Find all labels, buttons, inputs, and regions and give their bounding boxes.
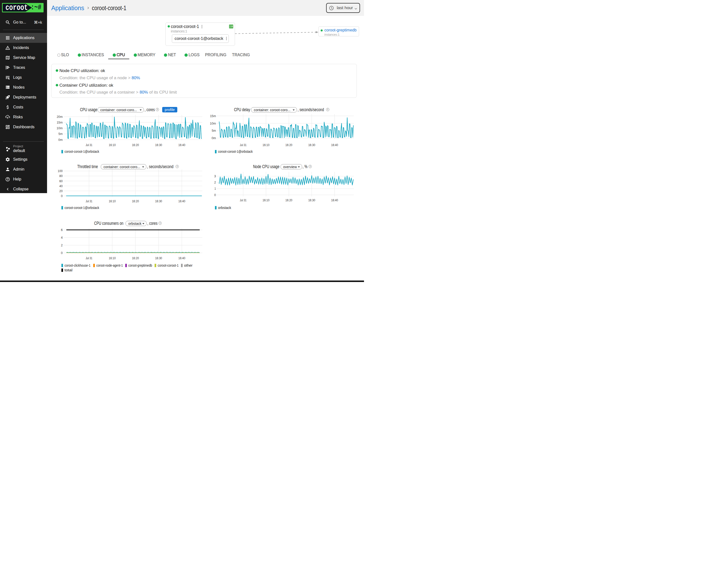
svg-text:16:20: 16:20 [132,143,139,147]
svg-text:Jul 31: Jul 31 [86,199,92,203]
svg-text:Jul 31: Jul 31 [86,256,92,260]
svg-text:20: 20 [59,189,63,193]
svg-text:16:20: 16:20 [132,199,139,203]
svg-text:2: 2 [61,243,63,247]
svg-text:0m: 0m [58,138,63,142]
svg-text:total: total [65,268,73,272]
svg-text:Jul 31: Jul 31 [240,143,247,147]
svg-text:3: 3 [214,174,216,178]
svg-text:5m: 5m [58,132,63,136]
svg-text:16:30: 16:30 [155,143,162,147]
svg-text:80: 80 [59,174,63,178]
svg-text:coroot-node-agent-1: coroot-node-agent-1 [96,263,123,267]
svg-text:4: 4 [61,236,63,239]
svg-text:16:40: 16:40 [331,198,338,202]
svg-text:16:40: 16:40 [331,143,338,147]
svg-text:coroot-coroot-1: coroot-coroot-1 [158,263,179,267]
svg-text:16:30: 16:30 [155,199,162,203]
svg-text:orbstack: orbstack [218,206,232,210]
svg-text:coroot-coroot-1@orbstack: coroot-coroot-1@orbstack [65,150,100,154]
svg-text:0: 0 [61,194,63,198]
svg-text:100: 100 [58,169,63,173]
svg-text:16:40: 16:40 [178,199,185,203]
svg-text:0m: 0m [212,136,216,140]
svg-text:coroot-coroot-1@orbstack: coroot-coroot-1@orbstack [218,150,253,154]
svg-text:16:30: 16:30 [155,256,162,260]
svg-text:Jul 31: Jul 31 [240,198,247,202]
svg-text:15m: 15m [57,121,63,124]
svg-text:16:30: 16:30 [308,198,315,202]
svg-text:16:10: 16:10 [262,198,269,202]
svg-text:coroot-coroot-1@orbstack: coroot-coroot-1@orbstack [65,206,100,210]
svg-text:40: 40 [59,184,63,188]
svg-text:coroot-clickhouse-1: coroot-clickhouse-1 [65,263,91,267]
svg-text:6: 6 [61,228,63,232]
svg-text:Jul 31: Jul 31 [86,143,92,147]
svg-text:16:20: 16:20 [132,256,139,260]
svg-text:2: 2 [214,180,216,184]
svg-text:0: 0 [214,193,216,197]
svg-text:15m: 15m [210,114,216,118]
svg-text:16:40: 16:40 [178,256,185,260]
svg-text:1: 1 [214,187,216,190]
svg-text:16:10: 16:10 [109,256,116,260]
svg-text:coroot-greptimedb: coroot-greptimedb [128,263,152,267]
svg-text:16:40: 16:40 [178,143,185,147]
svg-text:16:10: 16:10 [262,143,269,147]
svg-text:0: 0 [61,251,63,255]
svg-text:10m: 10m [210,122,216,125]
svg-text:5m: 5m [212,129,216,132]
svg-text:10m: 10m [57,126,63,130]
svg-text:other: other [184,263,193,267]
svg-text:20m: 20m [57,115,63,119]
svg-text:60: 60 [59,179,63,183]
svg-text:16:20: 16:20 [286,143,292,147]
svg-text:16:30: 16:30 [308,143,315,147]
svg-text:16:10: 16:10 [109,199,116,203]
svg-text:16:20: 16:20 [286,198,292,202]
svg-text:16:10: 16:10 [109,143,116,147]
